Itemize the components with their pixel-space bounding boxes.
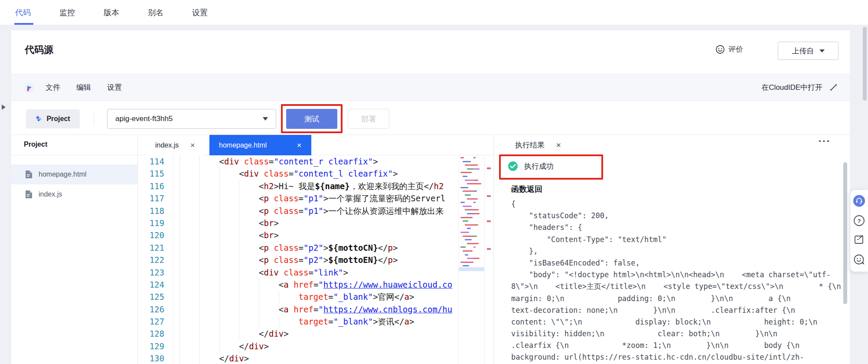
code-line-text: target="_blank">官网</a> [173,291,493,303]
code-line-text: </div> [173,340,493,352]
top-tab-version[interactable]: 版本 [104,0,119,25]
code-line-129[interactable]: 129 </div> [138,340,493,352]
line-number: 119 [138,217,173,229]
line-number: 122 [138,254,173,266]
smiley-feedback-icon[interactable] [853,253,865,266]
more-options-icon[interactable]: ··· [819,136,831,147]
chevron-down-icon [819,49,825,52]
top-tab-bar: 代码监控版本别名设置 [0,0,868,25]
json-output-line: background: url(https://res-static.hc-cd… [511,351,843,363]
file-item-index.js[interactable]: index.js [11,184,137,204]
upload-from-label: 上传自 [792,46,814,56]
minimap-viewport-band [459,267,484,271]
open-in-cloudide-label: 在CloudIDE中打开 [761,82,822,92]
code-line-126[interactable]: 126 <a href="https://www.cnblogs.com/hu [138,303,493,315]
left-panel-expand-toggle[interactable] [2,105,6,110]
code-line-115[interactable]: 115 <div class="content_l clearfix"> [138,167,493,180]
editor-tab-index.js[interactable]: index.js✕ [146,135,204,155]
line-number: 123 [138,266,173,279]
code-line-text: <br> [173,217,493,229]
ide-region: Project homepage.htmlindex.js index.js✕h… [11,134,850,364]
line-number: 124 [138,279,173,291]
close-icon[interactable]: ✕ [190,142,195,149]
code-line-text: <p class="p1">一个掌握了流量密码的Serverl [173,192,493,204]
minimap-code-preview[interactable] [458,155,484,364]
code-line-116[interactable]: 116 <h2>Hi~ 我是${name}，欢迎来到我的主页</h2 [138,180,493,192]
rate-label: 评价 [728,44,743,54]
upload-from-button[interactable]: 上传自 [778,42,839,60]
code-line-text: <a href="https://www.huaweicloud.co [173,279,493,291]
code-line-text: <div class="content_l clearfix"> [173,167,493,180]
help-icon[interactable]: ? [853,214,865,227]
line-number: 126 [138,303,173,315]
code-line-130[interactable]: 130 </div> [138,352,493,364]
function-card: 代码源 评价 上传自 文件编辑设置 在CloudIDE中打开 [11,30,850,364]
json-output-line: "body": "<!doctype html>\n<html>\n\n<hea… [511,269,843,281]
result-panel-title: 执行结果 [515,140,545,150]
result-panel-header: 执行结果 ✕ [515,140,561,150]
overview-ruler [484,155,493,364]
line-number: 116 [138,180,173,192]
floating-help-toolbar: ? [850,190,868,272]
editor-tab-label: homepage.html [219,141,267,149]
result-scrollbar-thumb[interactable] [843,162,847,304]
top-tab-alias[interactable]: 别名 [148,0,163,25]
code-line-text: <br> [173,229,493,241]
file-name: index.js [39,190,62,198]
code-line-119[interactable]: 119 <br> [138,217,493,229]
code-line-125[interactable]: 125 target="_blank">官网</a> [138,291,493,303]
code-line-123[interactable]: 123 <div class="link"> [138,266,493,279]
json-output-line: "headers": { [511,222,843,233]
code-line-118[interactable]: 118 <p class="p1">一个让你从资源运维中解放出来 [138,205,493,217]
code-line-text: </div> [173,328,493,340]
function-select-value: apig-event-ft3hh5 [115,115,173,123]
code-line-124[interactable]: 124 <a href="https://www.huaweicloud.co [138,279,493,291]
code-line-121[interactable]: 121 <p class="p2">${mottoCN}</p> [138,242,493,254]
editor-menubar: 文件编辑设置 在CloudIDE中打开 [11,74,850,101]
editor-tab-label: index.js [155,141,179,149]
json-output-line: text-decoration: none;\n }\n\n .clearfix… [511,305,843,316]
functiongraph-logo-icon [24,82,35,94]
top-tab-monitor[interactable]: 监控 [59,0,75,25]
test-button[interactable]: 测试 [286,109,337,129]
code-editor: index.js✕homepage.html✕ 114 <div class="… [138,135,493,364]
code-line-127[interactable]: 127 target="_blank">资讯</a> [138,315,493,328]
code-area[interactable]: 114 <div class="content_r clearfix">115 … [138,155,493,364]
editor-tab-bar: index.js✕homepage.html✕ [138,135,493,155]
divider [11,155,137,155]
support-headset-icon[interactable] [853,194,865,207]
execution-status-label: 执行成功 [524,161,554,171]
close-icon[interactable]: ✕ [297,142,302,149]
top-tab-code[interactable]: 代码 [15,0,31,25]
open-in-cloudide[interactable]: 在CloudIDE中打开 [761,74,838,101]
rate-action[interactable]: 评价 [715,44,743,54]
line-number: 115 [138,167,173,180]
line-number: 120 [138,229,173,241]
code-line-text: <p class="p1">一个让你从资源运维中解放出来 [173,205,493,217]
close-icon[interactable]: ✕ [556,141,561,149]
code-line-120[interactable]: 120 <br> [138,229,493,241]
code-line-114[interactable]: 114 <div class="content_r clearfix"> [138,155,493,167]
top-tabs: 代码监控版本别名设置 [0,0,868,25]
code-line-128[interactable]: 128 </div> [138,328,493,340]
function-select[interactable]: apig-event-ft3hh5 [107,109,276,129]
page-scrollbar-thumb[interactable] [863,27,867,101]
menu-item-settings[interactable]: 设置 [107,82,122,92]
success-check-icon [508,161,518,171]
code-line-122[interactable]: 122 <p class="p2">${mottoEN}</p> [138,254,493,266]
execution-result-panel: 执行结果 ✕ ··· 执行成功 函数返回 { "statusCode": 200… [493,135,850,364]
editor-tab-homepage.html[interactable]: homepage.html✕ [209,135,311,155]
json-output-line: "isBase64Encoded": false, [511,257,843,269]
menu-item-edit[interactable]: 编辑 [76,82,91,92]
feedback-icon[interactable] [853,233,865,246]
action-row: Project apig-event-ft3hh5 测试 部署 [11,101,850,134]
line-number: 125 [138,291,173,303]
top-tab-settings[interactable]: 设置 [192,0,208,25]
code-line-text: <div class="link"> [173,266,493,279]
project-button[interactable]: Project [26,109,80,128]
svg-text:?: ? [858,218,861,224]
code-line-117[interactable]: 117 <p class="p1">一个掌握了流量密码的Serverl [138,192,493,204]
menu-item-file[interactable]: 文件 [46,82,60,92]
code-line-text: target="_blank">资讯</a> [173,315,493,328]
file-item-homepage.html[interactable]: homepage.html [11,164,137,184]
